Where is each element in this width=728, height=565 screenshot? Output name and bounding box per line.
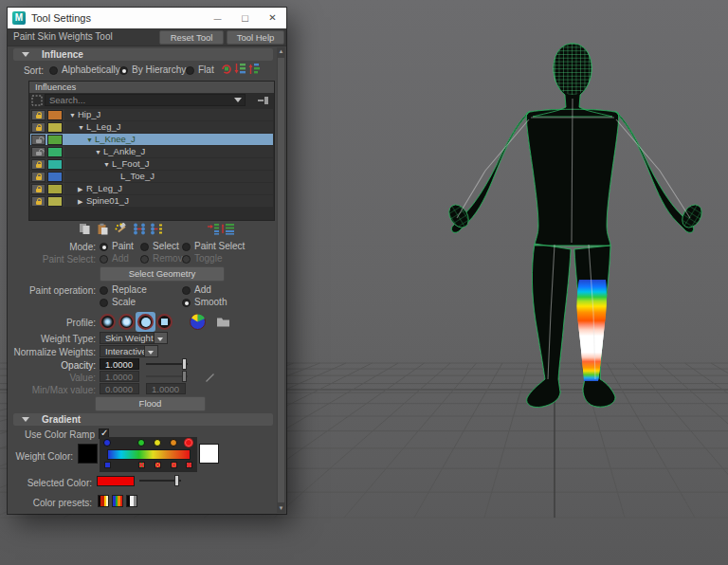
ramp-marker-delete[interactable] bbox=[138, 462, 145, 468]
list-out-icon[interactable] bbox=[222, 223, 235, 236]
influence-row[interactable]: ▼L_Foot_J bbox=[30, 158, 273, 171]
scroll-down-icon[interactable]: ▼ bbox=[277, 504, 285, 513]
gaussian-brush-icon[interactable] bbox=[98, 312, 118, 332]
mode-select-radio[interactable]: Select bbox=[140, 241, 179, 251]
influence-section-header[interactable]: Influence bbox=[13, 48, 273, 61]
lock-icon[interactable] bbox=[31, 135, 46, 145]
weight-color-high-swatch[interactable] bbox=[199, 444, 219, 464]
paste-icon[interactable] bbox=[97, 223, 110, 236]
expand-arrow[interactable]: ▼ bbox=[78, 122, 86, 133]
solid-brush-icon[interactable] bbox=[136, 312, 155, 332]
sort-list-down-icon[interactable] bbox=[234, 63, 247, 76]
ramp-stop[interactable] bbox=[170, 439, 177, 447]
mode-label: Mode: bbox=[8, 242, 96, 252]
preset-rainbow-swatch[interactable] bbox=[112, 495, 123, 507]
sync-icon[interactable] bbox=[220, 63, 233, 76]
maximize-icon[interactable] bbox=[231, 8, 259, 28]
preset-fire-swatch[interactable] bbox=[98, 495, 109, 507]
lock-icon[interactable] bbox=[31, 196, 46, 207]
selected-color-swatch[interactable] bbox=[97, 476, 135, 486]
influence-row[interactable]: ▶Spine01_J bbox=[30, 195, 273, 208]
ramp-stop-selected[interactable] bbox=[185, 439, 192, 447]
influence-color-swatch[interactable] bbox=[47, 159, 63, 170]
color-ramp-bar[interactable] bbox=[107, 449, 191, 460]
panel-scrollbar[interactable]: ▲ ▼ bbox=[277, 47, 285, 513]
preset-grayscale-swatch[interactable] bbox=[126, 495, 137, 507]
sort-flat-radio[interactable]: Flat bbox=[186, 64, 214, 75]
influence-color-swatch[interactable] bbox=[47, 184, 63, 194]
influence-row[interactable]: ▼L_Leg_J bbox=[30, 121, 273, 134]
color-ramp-widget[interactable] bbox=[100, 437, 197, 472]
ramp-marker[interactable] bbox=[104, 462, 111, 468]
lock-icon[interactable] bbox=[31, 110, 46, 120]
flood-button[interactable]: Flood bbox=[95, 396, 206, 411]
expand-arrow[interactable]: ▶ bbox=[78, 196, 86, 207]
mode-paint-select-radio[interactable]: Paint Select bbox=[182, 241, 245, 251]
paint-op-smooth-radio[interactable]: Smooth bbox=[182, 297, 227, 307]
influence-row[interactable]: L_Toe_J bbox=[30, 171, 273, 183]
search-caret-icon[interactable] bbox=[234, 98, 242, 102]
lock-icon[interactable] bbox=[31, 122, 46, 133]
mode-paint-radio[interactable]: Paint bbox=[100, 241, 134, 251]
sort-alphabetically-radio[interactable]: Alphabetically bbox=[49, 64, 120, 75]
pin-icon[interactable] bbox=[258, 96, 271, 109]
ramp-stop[interactable] bbox=[154, 439, 161, 447]
sphere-ramp-icon[interactable] bbox=[190, 314, 206, 330]
list-in-icon[interactable] bbox=[207, 223, 220, 236]
expand-arrow[interactable]: ▼ bbox=[103, 159, 112, 170]
hammer-icon[interactable] bbox=[115, 223, 128, 236]
paint-op-replace-radio[interactable]: Replace bbox=[100, 284, 147, 295]
scrollbar-thumb[interactable] bbox=[278, 58, 284, 502]
ramp-stop[interactable] bbox=[137, 439, 145, 447]
influence-color-swatch[interactable] bbox=[47, 196, 63, 207]
sort-by-hierarchy-radio[interactable]: By Hierarchy bbox=[119, 64, 186, 75]
ramp-marker-delete[interactable] bbox=[155, 462, 161, 468]
influence-color-swatch[interactable] bbox=[47, 147, 63, 157]
folder-icon[interactable] bbox=[216, 316, 229, 329]
window-titlebar[interactable]: M Tool Settings bbox=[8, 8, 286, 28]
ramp-stop[interactable] bbox=[103, 439, 111, 447]
opacity-field[interactable]: 1.0000 bbox=[100, 358, 139, 370]
opacity-slider[interactable] bbox=[146, 358, 188, 370]
influence-color-swatch[interactable] bbox=[47, 135, 63, 145]
sort-list-up-icon[interactable] bbox=[248, 63, 262, 76]
ramp-marker-delete[interactable] bbox=[186, 462, 192, 468]
square-brush-icon[interactable] bbox=[155, 312, 174, 332]
lock-icon[interactable] bbox=[31, 172, 46, 182]
tool-help-button[interactable]: Tool Help bbox=[227, 30, 284, 45]
paint-op-scale-radio[interactable]: Scale bbox=[100, 297, 136, 307]
expand-arrow[interactable]: ▼ bbox=[86, 135, 95, 145]
lock-icon[interactable] bbox=[31, 184, 46, 194]
soft-brush-icon[interactable] bbox=[117, 312, 136, 332]
weight-type-dropdown[interactable]: Skin Weight bbox=[100, 332, 168, 344]
paint-op-add-radio[interactable]: Add bbox=[182, 284, 211, 295]
scroll-up-icon[interactable]: ▲ bbox=[277, 47, 285, 56]
ramp-marker-delete[interactable] bbox=[171, 462, 177, 468]
paint-select-toggle-radio: Toggle bbox=[182, 253, 222, 264]
select-geometry-button[interactable]: Select Geometry bbox=[100, 266, 225, 282]
expand-arrow[interactable]: ▼ bbox=[95, 147, 103, 157]
gradient-section-header[interactable]: Gradient bbox=[13, 413, 273, 426]
influence-color-swatch[interactable] bbox=[47, 110, 63, 120]
influence-color-swatch[interactable] bbox=[47, 172, 63, 182]
normalize-weights-dropdown[interactable]: Interactive bbox=[100, 345, 158, 357]
influence-row[interactable]: ▼L_Ankle_J bbox=[30, 146, 273, 158]
lock-icon[interactable] bbox=[31, 147, 46, 157]
reset-tool-button[interactable]: Reset Tool bbox=[159, 30, 224, 45]
expand-arrow[interactable]: ▼ bbox=[69, 110, 78, 120]
influence-row[interactable]: ▼Hip_J bbox=[30, 109, 273, 121]
close-icon[interactable] bbox=[259, 8, 286, 28]
move-weights-icon[interactable] bbox=[133, 223, 146, 236]
minimize-icon[interactable] bbox=[204, 8, 231, 28]
lock-icon[interactable] bbox=[31, 159, 46, 170]
selected-color-slider[interactable] bbox=[139, 475, 181, 486]
weight-color-low-swatch[interactable] bbox=[78, 444, 98, 464]
expand-arrow[interactable]: ▶ bbox=[78, 184, 86, 194]
influence-color-swatch[interactable] bbox=[47, 122, 63, 133]
selection-box-icon[interactable] bbox=[31, 95, 45, 108]
search-input[interactable] bbox=[45, 94, 246, 106]
influence-row[interactable]: ▼L_Knee_J bbox=[30, 134, 273, 146]
influence-row[interactable]: ▶R_Leg_J bbox=[30, 183, 273, 195]
move-weights-target-icon[interactable] bbox=[150, 223, 163, 236]
copy-icon[interactable] bbox=[79, 223, 92, 236]
